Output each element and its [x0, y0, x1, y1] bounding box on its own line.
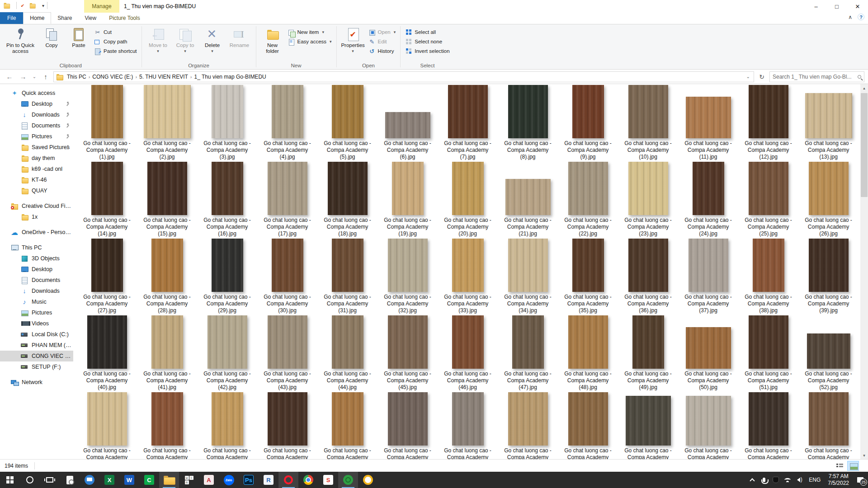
file-item[interactable]: Go chat luong cao -Compa Academy(48).jpg — [558, 314, 618, 391]
sidebar-item-day-them[interactable]: day them — [0, 153, 73, 164]
antivirus-icon[interactable] — [770, 472, 782, 488]
file-item[interactable]: Go chat luong cao -Compa Academy(6).jpg — [377, 84, 438, 161]
sidebar-item-cong-viec-e[interactable]: CONG VIEC (E:) — [0, 351, 73, 361]
forward-button[interactable]: → — [17, 71, 29, 82]
file-item[interactable]: Go chat luong cao -Compa Academy(59).jpg — [438, 391, 498, 459]
file-item[interactable]: Go chat luong cao -Compa Academy(49).jpg — [618, 314, 678, 391]
file-item[interactable]: Go chat luong cao -Compa Academy(47).jpg — [498, 314, 558, 391]
remote-app-button[interactable] — [80, 472, 99, 488]
revit-button[interactable]: R — [259, 472, 278, 488]
file-item[interactable]: Go chat luong cao -Compa Academy(3).jpg — [197, 84, 257, 161]
sidebar-item-k69-cad-onl[interactable]: k69 -cad onl — [0, 164, 73, 174]
file-item[interactable]: Go chat luong cao -Compa Academy(30).jpg — [257, 238, 317, 314]
file-item[interactable]: Go chat luong cao -Compa Academy(43).jpg — [257, 314, 317, 391]
sidebar-item-3d-objects[interactable]: 3D Objects — [0, 253, 73, 264]
file-item[interactable]: Go chat luong cao -Compa Academy(12).jpg — [738, 84, 798, 161]
file-item[interactable]: Go chat luong cao -Compa Academy(64).jpg — [738, 391, 798, 459]
unikey-button[interactable]: uin — [179, 472, 199, 488]
file-item[interactable]: Go chat luong cao -Compa Academy(18).jpg — [317, 161, 377, 238]
vertical-scrollbar[interactable]: ▴ ▾ — [860, 84, 868, 459]
search-app-button[interactable] — [60, 472, 80, 488]
file-item[interactable]: Go chat luong cao -Compa Academy(29).jpg — [197, 238, 257, 314]
file-item[interactable]: Go chat luong cao -Compa Academy(1).jpg — [77, 84, 137, 161]
file-item[interactable]: Go chat luong cao -Compa Academy(52).jpg — [798, 314, 859, 391]
sidebar-item-videos[interactable]: Videos — [0, 318, 73, 329]
sidebar-item-onedrive-personal[interactable]: ☁OneDrive - Personal — [0, 227, 73, 238]
file-item[interactable]: Go chat luong cao -Compa Academy(2).jpg — [137, 84, 197, 161]
file-item[interactable]: Go chat luong cao -Compa Academy(31).jpg — [317, 238, 377, 314]
file-item[interactable]: Go chat luong cao -Compa Academy(22).jpg — [558, 161, 618, 238]
sidebar-item-1x[interactable]: 1x — [0, 211, 73, 222]
sidebar-item-quick-access[interactable]: ✦Quick access — [0, 88, 73, 99]
new-folder-qat-icon[interactable] — [29, 2, 35, 9]
file-item[interactable]: Go chat luong cao -Compa Academy(19).jpg — [377, 161, 438, 238]
file-explorer-button[interactable] — [159, 472, 179, 488]
file-item[interactable]: Go chat luong cao -Compa Academy(62).jpg — [618, 391, 678, 459]
file-item[interactable]: Go chat luong cao -Compa Academy(37).jpg — [678, 238, 738, 314]
photoshop-button[interactable]: Ps — [239, 472, 259, 488]
sidebar-item-desktop[interactable]: Desktop — [0, 99, 73, 109]
file-item[interactable]: Go chat luong cao -Compa Academy(41).jpg — [137, 314, 197, 391]
file-item[interactable]: Go chat luong cao -Compa Academy(23).jpg — [618, 161, 678, 238]
collapse-ribbon-icon[interactable]: ∧ — [848, 14, 852, 20]
invert-selection-button[interactable]: Invert selection — [403, 47, 451, 55]
thumbnails-view-button[interactable] — [847, 461, 859, 471]
excel-button[interactable]: X — [99, 472, 119, 488]
file-item[interactable]: Go chat luong cao -Compa Academy(28).jpg — [137, 238, 197, 314]
tab-view[interactable]: View — [78, 12, 103, 24]
sidebar-item-local-disk-c[interactable]: Local Disk (C:) — [0, 329, 73, 340]
file-item[interactable]: Go chat luong cao -Compa Academy(56).jpg — [257, 391, 317, 459]
sketchup-button[interactable]: S — [318, 472, 338, 488]
help-icon[interactable]: ? — [858, 14, 864, 20]
file-item[interactable]: Go chat luong cao -Compa Academy(32).jpg — [377, 238, 438, 314]
breadcrumb-segment-5-thu-vien-revit[interactable]: 5. THU VIEN REVIT — [137, 73, 190, 81]
sidebar-item-quay[interactable]: QUAY — [0, 185, 73, 196]
sidebar-item-kt-46[interactable]: KT-46 — [0, 174, 73, 185]
clock[interactable]: 7:57 AM 7/5/2022 — [824, 473, 853, 487]
file-item[interactable]: Go chat luong cao -Compa Academy(33).jpg — [438, 238, 498, 314]
file-item[interactable]: Go chat luong cao -Compa Academy(24).jpg — [678, 161, 738, 238]
file-item[interactable]: Go chat luong cao -Compa Academy(7).jpg — [438, 84, 498, 161]
sidebar-item-saved-pictures[interactable]: Saved Pictures — [0, 142, 73, 153]
word-button[interactable]: W — [119, 472, 139, 488]
sidebar-item-documents[interactable]: Documents — [0, 120, 73, 131]
move-to-button[interactable]: Move to — [145, 26, 172, 59]
refresh-button[interactable]: ↻ — [756, 71, 768, 82]
file-item[interactable]: Go chat luong cao -Compa Academy(20).jpg — [438, 161, 498, 238]
scroll-up-arrow[interactable]: ▴ — [860, 84, 868, 92]
open-button[interactable]: Open — [367, 28, 398, 36]
chrome-button[interactable] — [298, 472, 318, 488]
file-item[interactable]: Go chat luong cao -Compa Academy(11).jpg — [678, 84, 738, 161]
tab-file[interactable]: File — [0, 12, 23, 24]
new-folder-button[interactable]: New folder — [259, 26, 286, 59]
maximize-button[interactable]: □ — [826, 0, 847, 13]
copy-path-button[interactable]: Copy path — [92, 38, 139, 46]
file-item[interactable]: Go chat luong cao -Compa Academy(53).jpg — [77, 391, 137, 459]
file-item[interactable]: Go chat luong cao -Compa Academy(15).jpg — [137, 161, 197, 238]
file-item[interactable]: Go chat luong cao -Compa Academy(44).jpg — [317, 314, 377, 391]
file-item[interactable]: Go chat luong cao -Compa Academy(57).jpg — [317, 391, 377, 459]
file-item[interactable]: Go chat luong cao -Compa Academy(54).jpg — [137, 391, 197, 459]
search-input[interactable]: Search 1_ Thu vien map Go-Bl... — [769, 71, 864, 82]
tray-chevron-up-icon[interactable] — [746, 472, 758, 488]
notification-center-button[interactable]: 25 — [853, 472, 868, 488]
copy-button[interactable]: Copy — [38, 26, 65, 59]
sidebar-item-setup-f[interactable]: SETUP (F:) — [0, 361, 73, 372]
details-view-button[interactable] — [834, 461, 845, 471]
green-app-button[interactable] — [338, 472, 358, 488]
file-item[interactable]: Go chat luong cao -Compa Academy(58).jpg — [377, 391, 438, 459]
file-item[interactable]: Go chat luong cao -Compa Academy(61).jpg — [558, 391, 618, 459]
customize-qat-chevron[interactable]: ▾ — [42, 3, 44, 8]
scrollbar-thumb[interactable] — [861, 93, 868, 197]
delete-button[interactable]: Delete — [199, 26, 226, 59]
close-button[interactable]: ✕ — [847, 0, 868, 13]
file-item[interactable]: Go chat luong cao -Compa Academy(40).jpg — [77, 314, 137, 391]
paste-shortcut-button[interactable]: Paste shortcut — [92, 47, 139, 55]
file-item[interactable]: Go chat luong cao -Compa Academy(21).jpg — [498, 161, 558, 238]
breadcrumb-segment-cong-viec-e[interactable]: CONG VIEC (E:) — [90, 73, 135, 81]
file-item[interactable]: Go chat luong cao -Compa Academy(65).jpg — [798, 391, 859, 459]
file-item[interactable]: Go chat luong cao -Compa Academy(25).jpg — [738, 161, 798, 238]
address-bar[interactable]: This PC›CONG VIEC (E:)›5. THU VIEN REVIT… — [53, 71, 754, 82]
alarm-clock-button[interactable] — [358, 472, 378, 488]
sidebar-item-network[interactable]: Network — [0, 377, 73, 388]
